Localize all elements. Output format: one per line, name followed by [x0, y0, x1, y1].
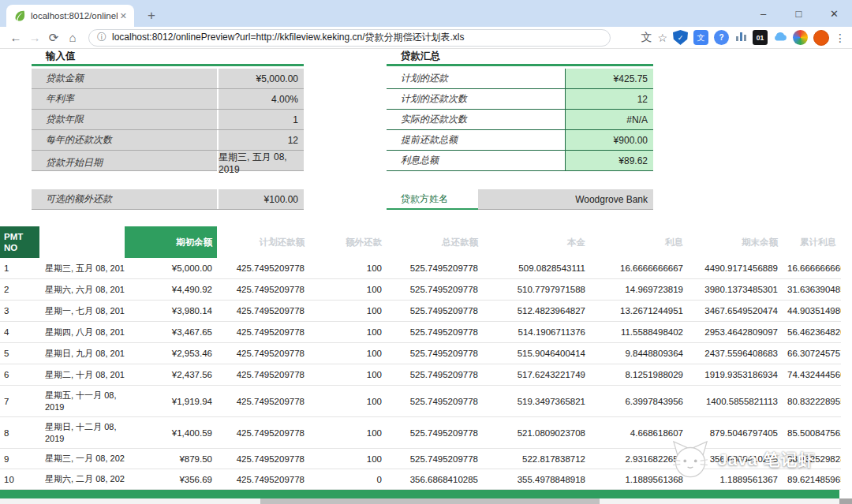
address-bar[interactable]: ⓘ localhost:8012/onlinePreview?url=http:… [88, 29, 611, 47]
schedule-cell: 425.7495209778 [217, 475, 309, 484]
schedule-cell: 16.6666666667 [590, 263, 688, 273]
input-label: 贷款年限 [32, 110, 217, 129]
schedule-cell: ¥2,953.46 [125, 349, 217, 358]
schedule-cell: 6.3997843956 [590, 397, 688, 406]
schedule-cell: 525.7495209778 [387, 428, 483, 438]
input-values-table: 贷款金额¥5,000.00年利率4.00%贷款年限1每年的还款次数12贷款开始日… [32, 69, 304, 171]
summary-section-header: 贷款汇总 [387, 49, 653, 66]
schedule-cell: ¥4,490.92 [125, 285, 217, 294]
watermark: Java 笔记虾 [669, 437, 816, 482]
schedule-cell: 0 [309, 475, 387, 484]
page-translate-icon[interactable]: 文 [641, 31, 652, 45]
summary-row: 实际的还款次数#N/A [387, 110, 653, 130]
summary-row: 计划的还款¥425.75 [387, 69, 653, 89]
schedule-cell: 356.6868410285 [387, 475, 483, 484]
schedule-cell: 2437.5596408683 [688, 349, 783, 358]
schedule-cell: ¥879.50 [125, 454, 217, 464]
schedule-header-cell: 本金 [483, 226, 590, 258]
schedule-cell: 425.7495209778 [217, 306, 309, 315]
summary-label: 计划的还款 [387, 69, 565, 88]
summary-row: 计划的还款次数12 [387, 89, 653, 110]
extra-payment-row: 可选的额外还款 ¥100.00 [32, 189, 304, 210]
schedule-header-cell: 还款日期 [39, 226, 125, 258]
schedule-cell: 44.9035149807 [783, 306, 841, 315]
schedule-header-cell: 额外还款 [309, 226, 387, 258]
extra-payment-value: ¥100.00 [217, 189, 304, 209]
schedule-cell: 11.5588498402 [590, 327, 688, 337]
summary-value: #N/A [565, 110, 653, 129]
maximize-button[interactable]: □ [781, 0, 816, 27]
schedule-cell: 425.7495209778 [217, 454, 309, 464]
schedule-cell: 31.6363904856 [783, 285, 841, 294]
home-icon[interactable]: ⌂ [63, 31, 82, 44]
schedule-cell: 7 [0, 397, 39, 406]
schedule-cell: 80.8322289558 [783, 397, 841, 406]
schedule-cell: 1400.5855821113 [688, 397, 783, 406]
schedule-cell: 1 [0, 263, 39, 273]
extension-help-icon[interactable]: ? [714, 30, 729, 45]
schedule-row: 7星期五, 十一月 08, 2019¥1,919.94425.749520977… [0, 386, 841, 417]
summary-section-title: 贷款汇总 [401, 50, 440, 63]
extra-payment-label: 可选的额外还款 [32, 189, 217, 209]
schedule-cell: ¥3,467.65 [125, 327, 217, 337]
schedule-cell: 879.5046797405 [688, 428, 783, 438]
schedule-cell: 509.0828543111 [483, 263, 590, 273]
schedule-cell: 星期五, 十一月 08, 2019 [39, 390, 125, 413]
input-section-header: 输入值 [32, 49, 304, 66]
extension-translate-icon[interactable]: 文 [693, 30, 708, 45]
schedule-cell: 星期一, 七月 08, 2019 [39, 305, 125, 317]
schedule-cell: 3467.6549520474 [688, 306, 783, 315]
schedule-cell: 425.7495209778 [217, 428, 309, 438]
loan-summary-table: 计划的还款¥425.75计划的还款次数12实际的还款次数#N/A提前还款总额¥9… [387, 69, 653, 171]
profile-avatar[interactable] [813, 30, 829, 46]
schedule-cell: 100 [309, 428, 387, 438]
schedule-cell: 100 [309, 263, 387, 273]
forward-icon[interactable]: → [25, 31, 44, 44]
tab-close-icon[interactable]: ✕ [118, 9, 129, 23]
browser-menu-icon[interactable]: ⋮ [835, 32, 846, 44]
summary-value: ¥900.00 [565, 130, 653, 150]
close-button[interactable]: ✕ [816, 0, 852, 27]
page-info-icon[interactable]: ⓘ [97, 31, 106, 44]
schedule-cell: ¥1,400.59 [125, 428, 217, 438]
schedule-cell: 515.9046400414 [483, 349, 590, 358]
extension-cloud-icon[interactable] [773, 31, 787, 44]
reload-icon[interactable]: ⟳ [44, 31, 63, 45]
schedule-cell: 13.2671244951 [590, 306, 688, 315]
schedule-cell: 425.7495209778 [217, 370, 309, 379]
horizontal-scrollbar[interactable] [0, 498, 839, 504]
extension-01-icon[interactable]: 01 [753, 30, 768, 45]
schedule-cell: 星期六, 六月 08, 2019 [39, 284, 125, 296]
schedule-cell: 星期日, 十二月 08, 2019 [39, 421, 125, 445]
extension-chart-icon[interactable] [734, 30, 747, 45]
schedule-cell: 525.7495209778 [387, 306, 483, 315]
schedule-cell: ¥5,000.00 [125, 263, 217, 273]
new-tab-button[interactable]: + [142, 6, 161, 25]
minimize-button[interactable]: – [746, 0, 781, 27]
url-text[interactable]: localhost:8012/onlinePreview?url=http://… [112, 31, 465, 44]
cat-logo-icon [669, 437, 712, 482]
scrollbar-thumb[interactable] [260, 498, 600, 504]
bookmark-star-icon[interactable]: ☆ [657, 32, 667, 44]
browser-titlebar: localhost:8012/onlinePreview? ✕ + – □ ✕ [0, 0, 852, 27]
schedule-row: 1星期三, 五月 08, 2019¥5,000.00425.7495209778… [0, 258, 841, 279]
schedule-cell: 星期日, 九月 08, 2019 [39, 348, 125, 360]
browser-tab[interactable]: localhost:8012/onlinePreview? ✕ [6, 5, 134, 27]
summary-value: ¥425.75 [565, 69, 653, 88]
schedule-cell: 4 [0, 327, 39, 337]
schedule-cell: 1919.9353186934 [688, 370, 783, 379]
input-value: 星期三, 五月 08, 2019 [217, 151, 304, 175]
schedule-cell: 74.4324445601 [783, 370, 841, 379]
schedule-cell: 512.4823964827 [483, 306, 590, 315]
extension-shield-icon[interactable]: ✓ [673, 30, 688, 45]
back-icon[interactable]: ← [6, 31, 25, 44]
summary-row: 利息总额¥89.62 [387, 151, 653, 171]
extension-colorful-icon[interactable] [793, 30, 808, 45]
input-label: 贷款开始日期 [32, 151, 217, 175]
schedule-cell: 425.7495209778 [217, 349, 309, 358]
schedule-row: 6星期二, 十月 08, 2019¥2,437.56425.7495209778… [0, 364, 841, 386]
spreadsheet-preview: 输入值 贷款汇总 贷款金额¥5,000.00年利率4.00%贷款年限1每年的还款… [0, 49, 852, 504]
schedule-cell: 100 [309, 397, 387, 406]
schedule-cell: 星期四, 八月 08, 2019 [39, 327, 125, 338]
schedule-cell: 星期二, 十月 08, 2019 [39, 369, 125, 381]
